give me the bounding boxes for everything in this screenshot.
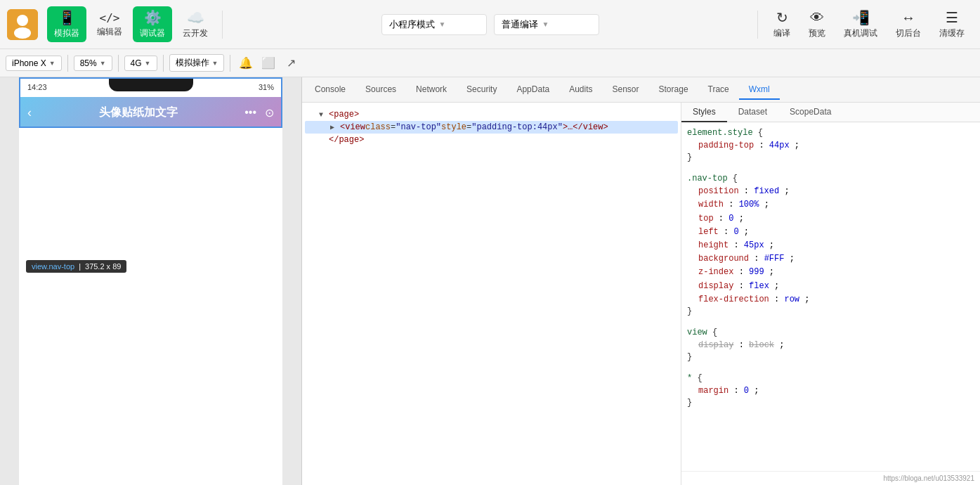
tab-sources[interactable]: Sources — [355, 80, 406, 100]
phone-nav-more[interactable]: ••• — [244, 106, 256, 119]
phone-nav-actions: ••• ⊙ — [244, 106, 274, 119]
device-select-arrow: ▼ — [49, 60, 55, 67]
phone-nav: ‹ 头像贴纸加文字 ••• ⊙ — [19, 97, 282, 128]
url-text: https://bloga.net/u013533921 — [883, 474, 974, 482]
refresh-button[interactable]: ↻ 编译 — [765, 6, 799, 42]
real-machine-button[interactable]: 📲 真机调试 — [835, 6, 886, 42]
tab-wxml[interactable]: Wxml — [739, 80, 780, 100]
editor-button[interactable]: </> 编辑器 — [90, 8, 129, 41]
css-block-star: * { margin : 0 ; } — [687, 373, 974, 408]
editor-label: 编辑器 — [97, 26, 122, 38]
network-value: 4G — [131, 58, 142, 68]
svg-point-2 — [14, 27, 31, 39]
simulator-icon: 📱 — [58, 9, 76, 26]
zoom-arrow: ▼ — [100, 60, 106, 67]
devtools-tab-bar: Console Sources Network Security AppData… — [302, 77, 980, 103]
tab-storage[interactable]: Storage — [649, 80, 698, 100]
svg-point-1 — [17, 15, 28, 26]
clear-cache-button[interactable]: ☰ 清缓存 — [931, 6, 973, 42]
volume-icon[interactable]: 🔔 — [236, 53, 256, 73]
tab-audits[interactable]: Audits — [559, 80, 602, 100]
device-select[interactable]: iPhone X ▼ — [6, 56, 62, 71]
toolbar: 📱 模拟器 </> 编辑器 ⚙️ 调试器 ☁️ 云开发 小程序模式 ▼ 普通编译… — [0, 0, 980, 49]
dom-line-page-close[interactable]: </page> — [305, 134, 678, 146]
mode-select-arrow: ▼ — [439, 20, 446, 28]
real-machine-label: 真机调试 — [844, 27, 877, 39]
clear-cache-icon: ☰ — [946, 9, 958, 26]
tab-console[interactable]: Console — [305, 80, 355, 100]
separator-2 — [757, 11, 758, 39]
preview-icon: 👁 — [810, 10, 824, 26]
network-arrow: ▼ — [145, 60, 151, 67]
mode-select-label: 小程序模式 — [389, 18, 435, 31]
preview-button[interactable]: 👁 预览 — [800, 7, 834, 42]
css-block-nav-top: .nav-top { position : fixed ; width : — [687, 174, 974, 316]
real-machine-icon: 📲 — [852, 9, 870, 26]
phone-screen: 14:23 31% ‹ 头像贴纸加文字 ••• ⊙ vie — [19, 77, 282, 485]
refresh-label: 编译 — [773, 27, 790, 39]
subtab-styles[interactable]: Styles — [681, 103, 727, 122]
device-bar-sep-2 — [118, 55, 119, 72]
tab-appdata[interactable]: AppData — [507, 80, 559, 100]
phone-nav-camera[interactable]: ⊙ — [265, 106, 274, 119]
cut-backend-icon: ↔ — [901, 10, 915, 26]
phone-battery: 31% — [259, 83, 274, 91]
dimension-tooltip: view.nav-top | 375.2 x 89 — [26, 260, 126, 273]
dom-arrow-page[interactable]: ▼ — [319, 111, 329, 119]
network-select[interactable]: 4G ▼ — [124, 56, 157, 71]
main-area: 14:23 31% ‹ 头像贴纸加文字 ••• ⊙ vie — [0, 77, 980, 485]
zoom-value: 85% — [80, 58, 97, 68]
phone-nav-title: 头像贴纸加文字 — [99, 105, 178, 120]
dom-line-view[interactable]: ▶ <view class="nav-top" style="padding-t… — [305, 121, 678, 134]
cloud-button[interactable]: ☁️ 云开发 — [176, 6, 215, 42]
screen-icon[interactable]: ⬜ — [259, 53, 278, 73]
url-bar: https://bloga.net/u013533921 — [681, 471, 980, 485]
device-bar: iPhone X ▼ 85% ▼ 4G ▼ 模拟操作 ▼ 🔔 ⬜ ↗ — [0, 49, 980, 77]
styles-panel: Styles Dataset ScopeData element.style — [681, 103, 980, 485]
subtab-dataset[interactable]: Dataset — [727, 103, 778, 122]
device-bar-sep-4 — [230, 55, 230, 72]
debugger-button[interactable]: ⚙️ 调试器 — [133, 6, 172, 42]
cut-backend-label: 切后台 — [896, 27, 921, 39]
preview-label: 预览 — [809, 27, 825, 39]
tab-trace[interactable]: Trace — [698, 80, 739, 100]
tooltip-separator: | — [79, 262, 81, 271]
device-bar-sep-1 — [67, 55, 68, 72]
tab-sensor[interactable]: Sensor — [603, 80, 649, 100]
dom-arrow-view[interactable]: ▶ — [330, 123, 340, 131]
phone-nav-back[interactable]: ‹ — [27, 105, 32, 120]
styles-content: element.style { padding-top : 44px ; } — [681, 122, 980, 471]
inspect-icon[interactable]: ↗ — [281, 53, 301, 73]
zoom-select[interactable]: 85% ▼ — [74, 56, 112, 71]
dom-panel: ▼ <page> ▶ <view class="nav-top" style="… — [302, 103, 681, 485]
css-block-element-style: element.style { padding-top : 44px ; } — [687, 128, 974, 162]
tooltip-size: 375.2 x 89 — [85, 262, 121, 271]
avatar[interactable] — [7, 9, 38, 40]
separator-1 — [222, 11, 223, 39]
simulator-button[interactable]: 📱 模拟器 — [47, 6, 86, 42]
toolbar-right: ↻ 编译 👁 预览 📲 真机调试 ↔ 切后台 ☰ 清缓存 — [765, 6, 973, 42]
cloud-icon: ☁️ — [187, 9, 204, 26]
device-bar-sep-3 — [163, 55, 164, 72]
dom-line-page[interactable]: ▼ <page> — [305, 108, 678, 121]
tooltip-class: view.nav-top — [32, 262, 74, 271]
operation-select[interactable]: 模拟操作 ▼ — [169, 54, 225, 72]
css-selector-element-style: element.style — [687, 128, 753, 138]
tab-security[interactable]: Security — [457, 80, 507, 100]
debugger-icon: ⚙️ — [144, 9, 162, 26]
debugger-label: 调试器 — [140, 27, 165, 39]
cut-backend-button[interactable]: ↔ 切后台 — [887, 7, 929, 42]
simulator-label: 模拟器 — [54, 27, 79, 39]
css-selector-nav-top: .nav-top — [687, 174, 728, 183]
operation-arrow: ▼ — [212, 60, 218, 67]
compile-select-arrow: ▼ — [542, 20, 549, 28]
editor-icon: </> — [100, 11, 120, 25]
phone-time: 14:23 — [27, 83, 47, 91]
css-selector-star: * — [687, 373, 692, 383]
subtab-scopedata[interactable]: ScopeData — [778, 103, 842, 122]
compile-select[interactable]: 普通编译 ▼ — [494, 14, 599, 35]
compile-select-label: 普通编译 — [502, 18, 538, 31]
tab-network[interactable]: Network — [406, 80, 457, 100]
css-prop-padding-top: padding-top : 44px ; — [687, 139, 974, 153]
mode-select[interactable]: 小程序模式 ▼ — [381, 14, 487, 35]
